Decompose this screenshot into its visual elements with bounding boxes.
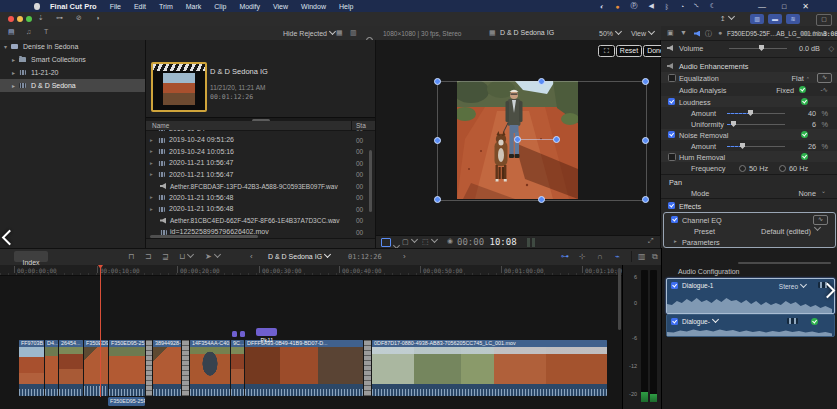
timeline-clip[interactable]: D4... xyxy=(45,340,58,396)
keyframe-icon[interactable]: ◇ xyxy=(828,44,834,53)
volume-status-icon[interactable]: ◀ xyxy=(648,2,653,10)
transform-handle-bottom-mid[interactable] xyxy=(538,196,545,203)
traffic-light-zoom[interactable] xyxy=(26,16,32,22)
timeline-clip[interactable]: 14F354AA-C40... xyxy=(190,340,230,396)
transform-handle-bottom-left[interactable] xyxy=(434,196,441,203)
crop-tool-button[interactable]: ▢ xyxy=(402,237,417,246)
transform-handle-top-right[interactable] xyxy=(642,78,649,85)
timeline-clip[interactable]: 26454... xyxy=(59,340,83,396)
anchor-point-handle[interactable] xyxy=(514,136,521,143)
column-name[interactable]: Name xyxy=(152,122,169,129)
info-inspector-tab[interactable]: ⓘ xyxy=(705,29,712,39)
noise-amount-slider[interactable] xyxy=(727,146,785,147)
menu-item-edit[interactable]: Edit xyxy=(134,3,146,10)
minimize-button[interactable]: — xyxy=(758,2,766,11)
hide-rejected-filter[interactable]: Hide Rejected xyxy=(283,29,335,37)
wifi-status-icon[interactable]: ⌇ xyxy=(693,2,701,10)
menu-item-mark[interactable]: Mark xyxy=(186,3,202,10)
snapping-icon[interactable]: ⌁ xyxy=(615,252,620,261)
effects-checkbox[interactable] xyxy=(668,202,675,209)
table-row[interactable]: Aether.8FCBDA3F-13FD-42B3-A588-9C0593EB0… xyxy=(146,181,375,193)
menu-item-final-cut-pro[interactable]: Final Cut Pro xyxy=(50,2,97,11)
overwrite-edit-icon[interactable]: ⊔ xyxy=(179,252,193,261)
distort-tool-button[interactable]: ⬚ xyxy=(422,237,437,246)
clip-filmstrip-thumbnail[interactable] xyxy=(151,62,207,112)
audio-inspector-tab[interactable] xyxy=(694,31,700,37)
rotation-handle[interactable] xyxy=(553,136,560,143)
disclosure-closed-icon[interactable]: ▸ xyxy=(150,171,153,177)
dialogue1-mode-popup[interactable]: Stereo xyxy=(779,282,806,290)
apple-menu-icon[interactable] xyxy=(34,3,40,10)
transform-handle-mid-right[interactable] xyxy=(642,137,649,144)
disclosure-closed-icon[interactable]: ▸ xyxy=(150,194,153,200)
skimming-icon[interactable]: ⊹ xyxy=(579,252,586,261)
timeline-clip[interactable]: 38944928-... xyxy=(153,340,181,396)
list-view-icon[interactable]: ▥ xyxy=(350,29,357,37)
menu-item-file[interactable]: File xyxy=(110,3,121,10)
loudness-uniformity-slider[interactable] xyxy=(727,124,785,125)
dialogue1-checkbox[interactable] xyxy=(671,282,678,289)
browser-view-toggle[interactable]: ▥ xyxy=(750,14,764,24)
menu-item-window[interactable]: Window xyxy=(301,3,326,10)
table-row[interactable]: Aether.81CBC4ED-662F-452F-8F66-1E4B37A7D… xyxy=(146,215,375,227)
purple-marker[interactable] xyxy=(232,331,237,337)
transform-bounding-box[interactable] xyxy=(437,81,647,201)
parallels-status-icon[interactable]: ⓟ xyxy=(630,1,637,11)
moon-status-icon[interactable]: ☾ xyxy=(710,2,716,10)
audio-skimming-icon[interactable]: ⊶ xyxy=(561,252,569,261)
channel-eq-preset-popup[interactable]: Default (edited) xyxy=(761,227,811,236)
transform-handle-mid-left[interactable] xyxy=(434,137,441,144)
timeline-back-icon[interactable]: ‹ xyxy=(250,252,253,261)
timeline-clip[interactable]: F350ED9... xyxy=(84,340,108,396)
audio-analysis-value[interactable]: Fixed xyxy=(776,86,794,95)
connect-edit-icon[interactable]: ⊓ xyxy=(128,252,134,261)
volume-slider[interactable] xyxy=(729,48,787,49)
table-row[interactable]: ▸ 2020-11-21 10:56:47 00 xyxy=(146,169,375,181)
channel-eq-box[interactable]: Channel EQ ∿ Preset Default (edited) ▸ P… xyxy=(663,212,836,248)
insert-edit-icon[interactable]: ⊐ xyxy=(145,252,152,261)
clock-status-icon[interactable]: ◔ xyxy=(680,3,684,10)
connected-audio-clip[interactable]: F350ED95-25F... xyxy=(108,397,145,406)
app-status-icon[interactable]: ● xyxy=(615,3,619,10)
channel-eq-parameters[interactable]: Parameters xyxy=(682,238,720,247)
keyword-editor-icon[interactable]: ⊶ xyxy=(56,14,63,22)
traffic-light-close[interactable] xyxy=(8,16,14,22)
transform-handle-top-mid[interactable] xyxy=(538,78,545,85)
share-button[interactable]: ↥ xyxy=(720,14,734,23)
frequency-50hz-radio[interactable] xyxy=(739,165,746,172)
video-inspector-tab[interactable]: ▣ xyxy=(667,29,674,37)
timeline-clip[interactable]: 9C... xyxy=(231,340,244,396)
disclosure-closed-icon[interactable]: ▸ xyxy=(150,137,153,143)
timeline-project-menu[interactable]: D & D Sedona IG xyxy=(268,252,330,260)
display-status-icon[interactable]: ◐ xyxy=(600,3,604,10)
transform-fit-button[interactable]: ⛶ xyxy=(598,45,615,57)
audio-lanes-toggle[interactable]: ≋ xyxy=(786,14,800,24)
table-row[interactable]: ▸ 2019-10-24 09:51:26 00 xyxy=(146,135,375,147)
audio-component-dialogue-2[interactable]: Dialogue- xyxy=(666,314,835,337)
timeline-clip[interactable]: 0DF87D17-0880-4938-AB83-7056205CC745_LC_… xyxy=(372,340,607,396)
column-start[interactable]: Sta xyxy=(356,122,366,129)
timeline-clip[interactable]: DFFF6A93-0B49-41B9-BD07-D... xyxy=(245,340,363,396)
sidebar-item-smart-collections[interactable]: ▸ Smart Collections xyxy=(0,53,145,66)
disclosure-closed-icon[interactable]: ▸ xyxy=(12,56,15,63)
noise-removal-checkbox[interactable] xyxy=(668,131,675,138)
timeline-vertical-scrollbar[interactable] xyxy=(618,268,621,330)
timeline-clip[interactable]: FF9703B... xyxy=(19,340,44,396)
filmstrip-view-icon[interactable]: ▦ xyxy=(336,29,343,37)
timeline-view-toggle[interactable]: ▬ xyxy=(768,14,782,24)
table-row[interactable]: ▸ 2019-10-24 10:05:16 00 xyxy=(146,146,375,158)
titles-sidebar-tab[interactable]: T xyxy=(44,28,48,35)
viewer-view-menu[interactable]: View xyxy=(631,29,654,37)
pan-mode-popup[interactable]: None xyxy=(799,189,816,198)
analysis-graph-icon[interactable]: -∿ xyxy=(820,86,828,94)
photos-audio-sidebar-tab[interactable]: ♫ xyxy=(26,28,31,35)
close-button[interactable]: ✕ xyxy=(802,2,809,11)
audio-meters-toggle-icon[interactable]: ▥ xyxy=(638,252,646,261)
mini-audio-meter-left[interactable] xyxy=(527,238,530,247)
disclosure-closed-icon[interactable]: ▸ xyxy=(150,148,153,154)
audio-component-dialogue-1[interactable]: Dialogue-1 Stereo xyxy=(666,278,835,314)
import-media-icon[interactable]: ⇣ xyxy=(38,14,44,22)
append-edit-icon[interactable]: ⊒ xyxy=(162,252,169,261)
dialogue2-name-popup[interactable]: Dialogue- xyxy=(682,317,718,325)
loudness-amount-slider[interactable] xyxy=(727,113,785,114)
